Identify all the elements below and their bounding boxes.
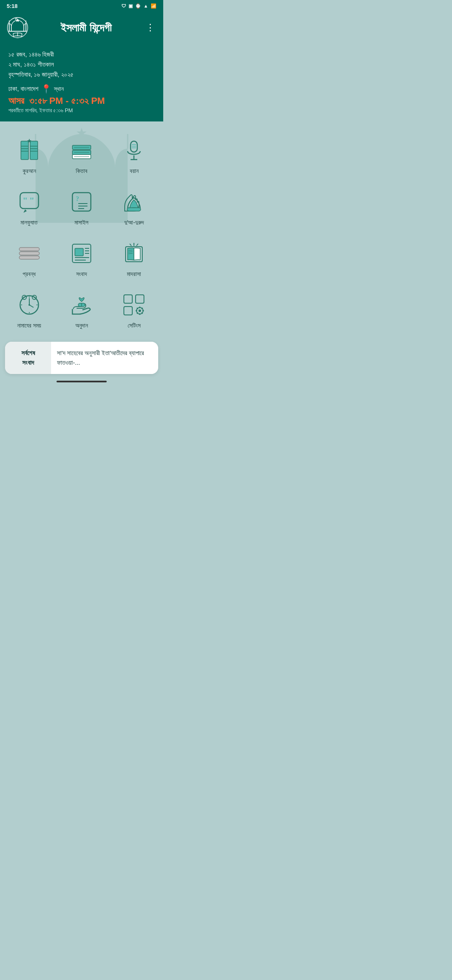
svg-line-56	[130, 244, 131, 246]
status-bar: 5:18 🛡 ▣ ⌚ ▲ 📶	[0, 0, 163, 12]
prayer-name: আসর	[8, 95, 24, 106]
kitab-icon	[68, 137, 95, 164]
grid-item-songbad[interactable]: সংবাদ	[56, 233, 106, 282]
songbad-label: সংবাদ	[76, 271, 87, 278]
location-label: স্থান	[54, 85, 64, 93]
malfuzat-icon: " "	[15, 188, 43, 216]
namaz-label: নামাযের সময়	[17, 322, 41, 329]
signal-icon: 📶	[151, 3, 157, 9]
svg-rect-72	[124, 307, 132, 315]
app-header: ইসলামী যিন্দেগী ⋮	[0, 12, 163, 44]
svg-rect-25	[131, 141, 137, 152]
madrasa-label: মাদরাসা	[127, 271, 141, 278]
grid-item-kitab[interactable]: কিতাব	[56, 130, 106, 179]
grid-item-malfuzat[interactable]: " " মালফুযাত	[4, 181, 54, 230]
svg-rect-43	[19, 248, 39, 251]
svg-rect-70	[124, 295, 132, 303]
svg-text:": "	[23, 195, 28, 206]
kitab-label: কিতাব	[76, 168, 87, 175]
location-row: ঢাকা, বাংলাদেশ 📍 স্থান	[8, 84, 155, 94]
dua-icon	[120, 188, 148, 216]
probondho-label: প্রবন্ধ	[23, 271, 36, 278]
home-indicator	[56, 381, 107, 382]
next-prayer: পরবর্তীতে মাগরিব, ইফতার ৫:৩৬ PM	[8, 107, 155, 114]
quran-label: কুরআন	[23, 168, 36, 175]
svg-text:": "	[29, 195, 34, 206]
gregorian-date: বৃহস্পতিবার, ১৬ জানুয়ারী, ২০২৫	[8, 70, 155, 80]
news-content[interactable]: সা'দ সাহেবের অনুসারী ইতা'আতীদের ব্যাপারে…	[51, 342, 158, 374]
settings-label: সেটিংস	[128, 322, 141, 329]
grid-item-dua[interactable]: দু'আ-দুরুদ	[109, 181, 159, 230]
songbad-icon	[68, 240, 95, 267]
wifi-icon: ▲	[144, 3, 148, 8]
svg-rect-45	[75, 248, 83, 256]
donation-label: অনুদান	[75, 322, 88, 329]
malfuzat-label: মালফুযাত	[21, 219, 38, 226]
bayan-icon	[120, 137, 148, 164]
bangla-date: ২ মাঘ, ১৪৩১ শীতকাল	[8, 59, 155, 70]
masael-icon: ?	[68, 188, 95, 216]
masael-label: মাসাইল	[74, 219, 88, 226]
prayer-time: আসর ৩:৫৮ PM - ৫:৩২ PM	[8, 95, 155, 106]
svg-rect-71	[136, 295, 144, 303]
svg-rect-41	[19, 256, 39, 259]
location-name: ঢাকা, বাংলাদেশ	[8, 85, 39, 93]
donation-icon	[68, 291, 95, 319]
svg-point-74	[139, 309, 141, 312]
svg-rect-11	[30, 141, 38, 160]
news-text: সা'দ সাহেবের অনুসারী ইতা'আতীদের ব্যাপারে…	[57, 348, 152, 367]
date-section: ১৫ রজব, ১৪৪৬ হিজরী ২ মাঘ, ১৪৩১ শীতকাল বৃ…	[0, 44, 163, 121]
hijri-date: ১৫ রজব, ১৪৪৬ হিজরী	[8, 49, 155, 59]
grid-item-probondho[interactable]: প্রবন্ধ	[4, 233, 54, 282]
grid-item-settings[interactable]: সেটিংস	[109, 284, 159, 333]
grid-item-bayan[interactable]: বয়ান	[109, 130, 159, 179]
madrasa-icon	[120, 240, 148, 267]
grid-item-madrasa[interactable]: মাদরাসা	[109, 233, 159, 282]
grid-item-donation[interactable]: অনুদান	[56, 284, 106, 333]
status-icons: 🛡 ▣ ⌚ ▲ 📶	[121, 3, 157, 9]
shield-icon: 🛡	[121, 3, 126, 8]
latest-news-tab[interactable]: সর্বশেষ সংবাদ	[5, 342, 51, 374]
svg-text:?: ?	[76, 195, 79, 202]
grid-item-masael[interactable]: ? মাসাইল	[56, 181, 106, 230]
settings-icon	[120, 291, 148, 319]
app-logo	[7, 17, 28, 39]
svg-rect-40	[127, 208, 141, 211]
probondho-icon	[15, 240, 43, 267]
grid-item-quran[interactable]: কুরআন	[4, 130, 54, 179]
grid-section: কুরআন কিতাব	[0, 121, 163, 338]
svg-line-57	[136, 244, 138, 246]
menu-button[interactable]: ⋮	[144, 21, 157, 35]
prayer-time-range: ৩:৫৮ PM - ৫:৩২ PM	[29, 95, 105, 106]
main-grid: কুরআন কিতাব	[4, 130, 159, 333]
svg-rect-10	[21, 141, 28, 160]
grid-item-namaz[interactable]: নামাযের সময়	[4, 284, 54, 333]
bayan-label: বয়ান	[130, 168, 139, 175]
svg-line-63	[29, 305, 33, 307]
namaz-icon	[15, 291, 43, 319]
sim-icon: ▣	[128, 3, 133, 9]
status-time: 5:18	[7, 3, 18, 9]
bottom-news-bar[interactable]: সর্বশেষ সংবাদ সা'দ সাহেবের অনুসারী ইতা'আ…	[5, 342, 158, 374]
quran-icon	[15, 137, 43, 164]
location-pin-icon: 📍	[41, 84, 51, 94]
watch-icon: ⌚	[135, 3, 141, 9]
dua-label: দু'আ-দুরুদ	[124, 219, 144, 226]
latest-news-label: সর্বশেষ সংবাদ	[21, 348, 35, 367]
svg-rect-42	[19, 252, 39, 255]
page-title: ইসলামী যিন্দেগী	[33, 21, 139, 34]
